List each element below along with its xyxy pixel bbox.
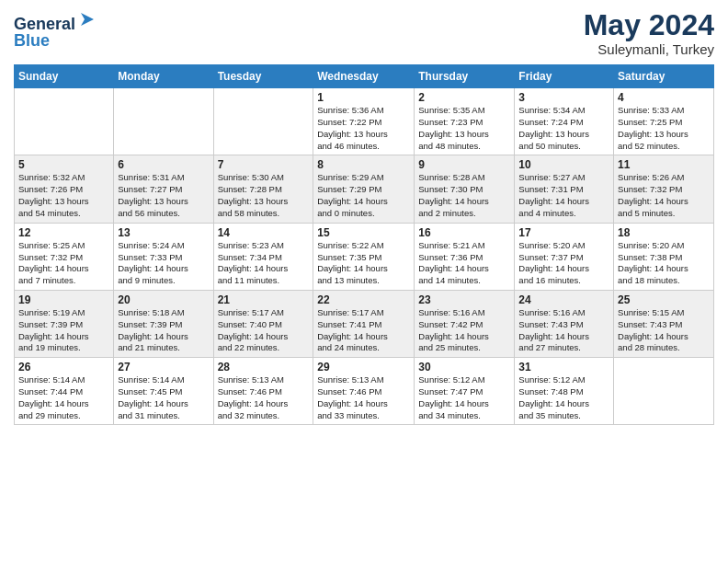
day-cell-24: 24Sunrise: 5:16 AM Sunset: 7:43 PM Dayli… (515, 290, 614, 357)
day-cell-30: 30Sunrise: 5:12 AM Sunset: 7:47 PM Dayli… (415, 358, 515, 425)
day-number: 18 (618, 226, 710, 239)
day-number: 2 (418, 91, 510, 104)
day-cell-5: 5Sunrise: 5:32 AM Sunset: 7:26 PM Daylig… (15, 155, 114, 223)
day-cell-8: 8Sunrise: 5:29 AM Sunset: 7:29 PM Daylig… (313, 155, 415, 223)
day-cell-11: 11Sunrise: 5:26 AM Sunset: 7:32 PM Dayli… (614, 155, 714, 223)
calendar-table: SundayMondayTuesdayWednesdayThursdayFrid… (14, 64, 714, 425)
day-info: Sunrise: 5:16 AM Sunset: 7:43 PM Dayligh… (518, 307, 609, 354)
day-number: 24 (518, 293, 609, 306)
week-row-5: 26Sunrise: 5:14 AM Sunset: 7:44 PM Dayli… (15, 358, 714, 425)
day-info: Sunrise: 5:33 AM Sunset: 7:25 PM Dayligh… (618, 105, 710, 152)
day-info: Sunrise: 5:12 AM Sunset: 7:48 PM Dayligh… (518, 374, 609, 421)
day-number: 5 (18, 158, 109, 171)
day-cell-21: 21Sunrise: 5:17 AM Sunset: 7:40 PM Dayli… (213, 290, 313, 357)
day-cell-29: 29Sunrise: 5:13 AM Sunset: 7:46 PM Dayli… (313, 358, 415, 425)
day-number: 28 (218, 361, 310, 373)
month-title: May 2024 (584, 9, 714, 41)
day-number: 22 (317, 293, 410, 306)
day-number: 17 (518, 226, 609, 239)
day-cell-15: 15Sunrise: 5:22 AM Sunset: 7:35 PM Dayli… (313, 223, 415, 290)
day-number: 3 (518, 91, 609, 104)
day-cell-26: 26Sunrise: 5:14 AM Sunset: 7:44 PM Dayli… (15, 358, 114, 425)
day-number: 25 (618, 293, 710, 306)
day-info: Sunrise: 5:30 AM Sunset: 7:28 PM Dayligh… (218, 172, 310, 219)
day-number: 21 (218, 293, 310, 306)
day-number: 12 (18, 226, 109, 239)
day-cell-31: 31Sunrise: 5:12 AM Sunset: 7:48 PM Dayli… (515, 358, 614, 425)
logo: General Blue (14, 9, 97, 51)
logo-general: General (14, 15, 75, 33)
day-cell-12: 12Sunrise: 5:25 AM Sunset: 7:32 PM Dayli… (15, 223, 114, 290)
day-number: 15 (317, 226, 410, 239)
day-cell-10: 10Sunrise: 5:27 AM Sunset: 7:31 PM Dayli… (515, 155, 614, 223)
day-number: 13 (118, 226, 209, 239)
weekday-header-monday: Monday (114, 65, 213, 88)
weekday-header-wednesday: Wednesday (313, 65, 415, 88)
page: General Blue May 2024 Suleymanli, Turkey… (0, 0, 728, 434)
day-cell-empty (213, 88, 313, 155)
day-info: Sunrise: 5:14 AM Sunset: 7:44 PM Dayligh… (18, 374, 109, 421)
header: General Blue May 2024 Suleymanli, Turkey (14, 9, 714, 57)
weekday-header-saturday: Saturday (614, 65, 714, 88)
day-cell-27: 27Sunrise: 5:14 AM Sunset: 7:45 PM Dayli… (114, 358, 213, 425)
day-info: Sunrise: 5:13 AM Sunset: 7:46 PM Dayligh… (317, 374, 410, 421)
day-info: Sunrise: 5:12 AM Sunset: 7:47 PM Dayligh… (418, 374, 510, 421)
day-info: Sunrise: 5:19 AM Sunset: 7:39 PM Dayligh… (18, 307, 109, 354)
day-info: Sunrise: 5:17 AM Sunset: 7:41 PM Dayligh… (317, 307, 410, 354)
day-cell-empty (614, 358, 714, 425)
logo-arrow-icon (77, 9, 97, 34)
day-number: 8 (317, 158, 410, 171)
day-info: Sunrise: 5:20 AM Sunset: 7:38 PM Dayligh… (618, 240, 710, 287)
day-info: Sunrise: 5:25 AM Sunset: 7:32 PM Dayligh… (18, 240, 109, 287)
day-cell-22: 22Sunrise: 5:17 AM Sunset: 7:41 PM Dayli… (313, 290, 415, 357)
day-info: Sunrise: 5:15 AM Sunset: 7:43 PM Dayligh… (618, 307, 710, 354)
logo-blue: Blue (14, 32, 97, 51)
weekday-header-thursday: Thursday (415, 65, 515, 88)
day-number: 23 (418, 293, 510, 306)
logo-text: General (14, 9, 97, 34)
day-info: Sunrise: 5:16 AM Sunset: 7:42 PM Dayligh… (418, 307, 510, 354)
day-number: 14 (218, 226, 310, 239)
day-number: 9 (418, 158, 510, 171)
day-number: 16 (418, 226, 510, 239)
day-cell-19: 19Sunrise: 5:19 AM Sunset: 7:39 PM Dayli… (15, 290, 114, 357)
day-cell-empty (15, 88, 114, 155)
day-info: Sunrise: 5:28 AM Sunset: 7:30 PM Dayligh… (418, 172, 510, 219)
day-info: Sunrise: 5:14 AM Sunset: 7:45 PM Dayligh… (118, 374, 209, 421)
day-info: Sunrise: 5:31 AM Sunset: 7:27 PM Dayligh… (118, 172, 209, 219)
week-row-2: 5Sunrise: 5:32 AM Sunset: 7:26 PM Daylig… (15, 155, 714, 223)
week-row-4: 19Sunrise: 5:19 AM Sunset: 7:39 PM Dayli… (15, 290, 714, 357)
location: Suleymanli, Turkey (584, 41, 714, 57)
day-number: 31 (518, 361, 609, 373)
weekday-header-sunday: Sunday (15, 65, 114, 88)
day-info: Sunrise: 5:24 AM Sunset: 7:33 PM Dayligh… (118, 240, 209, 287)
day-number: 6 (118, 158, 209, 171)
day-info: Sunrise: 5:32 AM Sunset: 7:26 PM Dayligh… (18, 172, 109, 219)
day-number: 30 (418, 361, 510, 373)
day-info: Sunrise: 5:21 AM Sunset: 7:36 PM Dayligh… (418, 240, 510, 287)
day-info: Sunrise: 5:29 AM Sunset: 7:29 PM Dayligh… (317, 172, 410, 219)
weekday-header-tuesday: Tuesday (213, 65, 313, 88)
day-cell-14: 14Sunrise: 5:23 AM Sunset: 7:34 PM Dayli… (213, 223, 313, 290)
day-cell-7: 7Sunrise: 5:30 AM Sunset: 7:28 PM Daylig… (213, 155, 313, 223)
day-info: Sunrise: 5:34 AM Sunset: 7:24 PM Dayligh… (518, 105, 609, 152)
day-number: 7 (218, 158, 310, 171)
day-number: 20 (118, 293, 209, 306)
weekday-header-row: SundayMondayTuesdayWednesdayThursdayFrid… (15, 65, 714, 88)
day-info: Sunrise: 5:26 AM Sunset: 7:32 PM Dayligh… (618, 172, 710, 219)
weekday-header-friday: Friday (515, 65, 614, 88)
day-cell-3: 3Sunrise: 5:34 AM Sunset: 7:24 PM Daylig… (515, 88, 614, 155)
day-cell-4: 4Sunrise: 5:33 AM Sunset: 7:25 PM Daylig… (614, 88, 714, 155)
day-cell-25: 25Sunrise: 5:15 AM Sunset: 7:43 PM Dayli… (614, 290, 714, 357)
day-number: 4 (618, 91, 710, 104)
day-cell-9: 9Sunrise: 5:28 AM Sunset: 7:30 PM Daylig… (415, 155, 515, 223)
day-number: 26 (18, 361, 109, 373)
day-cell-20: 20Sunrise: 5:18 AM Sunset: 7:39 PM Dayli… (114, 290, 213, 357)
day-number: 11 (618, 158, 710, 171)
svg-marker-0 (81, 13, 94, 26)
day-info: Sunrise: 5:36 AM Sunset: 7:22 PM Dayligh… (317, 105, 410, 152)
day-info: Sunrise: 5:20 AM Sunset: 7:37 PM Dayligh… (518, 240, 609, 287)
day-info: Sunrise: 5:27 AM Sunset: 7:31 PM Dayligh… (518, 172, 609, 219)
day-cell-16: 16Sunrise: 5:21 AM Sunset: 7:36 PM Dayli… (415, 223, 515, 290)
day-info: Sunrise: 5:13 AM Sunset: 7:46 PM Dayligh… (218, 374, 310, 421)
